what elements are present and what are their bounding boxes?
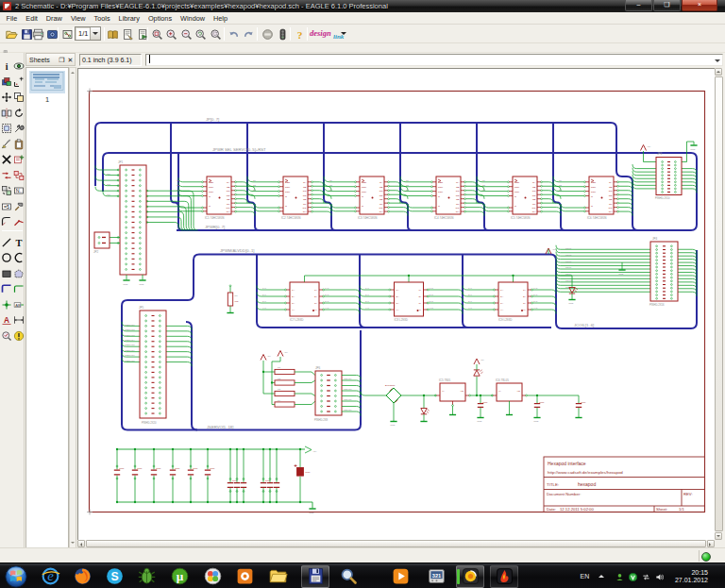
scroll-down-icon[interactable] bbox=[71, 542, 75, 546]
maximize-button[interactable]: ❏ bbox=[653, 0, 681, 11]
scroll-left-button[interactable] bbox=[77, 540, 85, 547]
taskbar-green-bug[interactable] bbox=[132, 565, 160, 588]
canvas-vertical-scrollbar[interactable] bbox=[715, 68, 723, 540]
scroll-right-button[interactable] bbox=[707, 540, 715, 547]
tool-gateswap-button[interactable] bbox=[13, 168, 25, 179]
grid-icon[interactable] bbox=[3, 44, 11, 52]
tool-bus-button[interactable] bbox=[1, 281, 12, 293]
open-button[interactable] bbox=[6, 27, 18, 40]
minimize-button[interactable]: – bbox=[625, 0, 652, 11]
use-button[interactable] bbox=[107, 27, 119, 40]
scroll-up-icon[interactable] bbox=[71, 70, 75, 74]
menu-file[interactable]: File bbox=[2, 12, 22, 25]
sheet-thumbnail[interactable]: 1 bbox=[29, 71, 65, 93]
scroll-down-button[interactable] bbox=[715, 532, 722, 540]
designlink-caret-icon[interactable] bbox=[341, 32, 346, 38]
taskbar-media-play[interactable] bbox=[386, 565, 414, 588]
tool-circle-button[interactable] bbox=[1, 250, 12, 261]
language-indicator[interactable]: EN bbox=[580, 573, 599, 580]
taskbar-orange-app[interactable] bbox=[230, 565, 259, 588]
taskbar-skype[interactable]: S bbox=[100, 565, 128, 588]
tool-copy-button[interactable] bbox=[13, 90, 25, 101]
tool-cut-button[interactable] bbox=[1, 137, 12, 148]
tool-dimension-button[interactable] bbox=[13, 312, 25, 324]
tool-change-button[interactable] bbox=[13, 121, 25, 132]
command-dropdown-icon[interactable] bbox=[715, 59, 720, 65]
tray-sync-icon[interactable] bbox=[642, 568, 650, 577]
tool-wire-button[interactable] bbox=[1, 235, 12, 246]
tool-rect-button[interactable] bbox=[1, 266, 12, 277]
zoomout-button[interactable] bbox=[180, 27, 193, 40]
schematic-canvas[interactable]: Hexapod interfacehttp://www.cadsoft.de/e… bbox=[77, 68, 715, 540]
tool-miter-button[interactable] bbox=[1, 214, 12, 226]
tool-errors-button[interactable] bbox=[13, 328, 25, 340]
tray-user-icon[interactable] bbox=[615, 568, 624, 577]
sheet-selector[interactable]: 1/1 bbox=[75, 26, 101, 41]
menu-help[interactable]: Help bbox=[210, 12, 232, 25]
tool-split-button[interactable] bbox=[13, 214, 25, 226]
tool-mirror-button[interactable] bbox=[1, 106, 12, 117]
menu-view[interactable]: View bbox=[66, 12, 90, 25]
tool-paste-button[interactable] bbox=[13, 137, 25, 148]
zoomsel-button[interactable] bbox=[210, 27, 222, 40]
tool-replace-button[interactable] bbox=[1, 183, 12, 194]
tray-expand-icon[interactable] bbox=[599, 572, 604, 578]
help-button[interactable]: ? bbox=[294, 27, 306, 40]
vertical-scroll-thumb[interactable] bbox=[715, 76, 723, 531]
tool-junction-button[interactable] bbox=[1, 297, 12, 309]
menu-library[interactable]: Library bbox=[114, 12, 143, 25]
close-button[interactable]: × bbox=[682, 0, 717, 11]
tray-volume-icon[interactable] bbox=[655, 568, 664, 577]
redo-button[interactable] bbox=[243, 27, 255, 40]
tool-mark-button[interactable] bbox=[13, 75, 25, 86]
tool-polygon-button[interactable] bbox=[13, 266, 25, 277]
zoomout2-button[interactable] bbox=[194, 27, 207, 40]
tool-rotate-button[interactable] bbox=[13, 106, 25, 117]
horizontal-scroll-thumb[interactable] bbox=[86, 540, 706, 547]
taskbar-internet-explorer[interactable]: e bbox=[36, 565, 64, 588]
tool-group-button[interactable] bbox=[1, 121, 12, 132]
scroll-up-button[interactable] bbox=[715, 68, 722, 76]
sheets-scrollbar[interactable] bbox=[69, 67, 76, 548]
menu-edit[interactable]: Edit bbox=[22, 12, 42, 25]
tool-smash-button[interactable] bbox=[13, 199, 25, 210]
tool-attribute-button[interactable]: A bbox=[1, 312, 12, 324]
taskbar-folder[interactable] bbox=[263, 565, 292, 588]
tool-label-button[interactable]: AB bbox=[13, 297, 25, 309]
tool-add-button[interactable] bbox=[13, 152, 25, 163]
taskbar-utorrent[interactable]: µ bbox=[165, 565, 194, 588]
menu-options[interactable]: Options bbox=[143, 12, 176, 25]
canvas-horizontal-scrollbar[interactable] bbox=[77, 540, 715, 547]
zoomfit-button[interactable] bbox=[151, 27, 163, 40]
tool-pinswap-button[interactable] bbox=[1, 168, 12, 179]
taskbar-firefox[interactable] bbox=[68, 565, 96, 588]
tool-display-button[interactable] bbox=[1, 75, 12, 86]
tool-delete-button[interactable] bbox=[1, 152, 12, 163]
taskbar-search[interactable] bbox=[334, 565, 362, 588]
tool-text-button[interactable]: T bbox=[13, 235, 25, 246]
taskbar-eagle-schematic[interactable] bbox=[301, 565, 329, 588]
sheet-selector-dropdown-icon[interactable] bbox=[90, 27, 100, 40]
stop-button[interactable] bbox=[261, 27, 274, 40]
tool-info-button[interactable]: i bbox=[1, 59, 12, 70]
tool-arc-button[interactable] bbox=[13, 250, 25, 261]
sheets-close-icon[interactable]: ✕ bbox=[66, 56, 75, 64]
taskbar-winamp[interactable] bbox=[490, 565, 518, 588]
tool-net-button[interactable] bbox=[13, 281, 25, 293]
tool-name-button[interactable]: N.. bbox=[13, 183, 25, 194]
tool-move-button[interactable] bbox=[1, 90, 12, 101]
sheets-float-icon[interactable]: ❐ bbox=[58, 56, 66, 64]
zoomin-button[interactable] bbox=[165, 27, 177, 40]
taskbar-media-center[interactable] bbox=[198, 565, 227, 588]
taskbar-aimp[interactable] bbox=[456, 565, 484, 588]
tool-erc-button[interactable] bbox=[1, 328, 12, 340]
menu-tools[interactable]: Tools bbox=[90, 12, 114, 25]
tool-show-button[interactable] bbox=[13, 59, 25, 70]
start-button[interactable] bbox=[2, 565, 30, 588]
taskbar-clock[interactable]: 20:15 27.01.2012 bbox=[666, 569, 725, 584]
taskbar-media-player-classic[interactable]: 321 bbox=[422, 565, 450, 588]
cam-button[interactable] bbox=[46, 27, 59, 40]
print-button[interactable] bbox=[32, 27, 44, 40]
command-input[interactable] bbox=[145, 54, 723, 66]
undo-button[interactable] bbox=[228, 27, 240, 40]
